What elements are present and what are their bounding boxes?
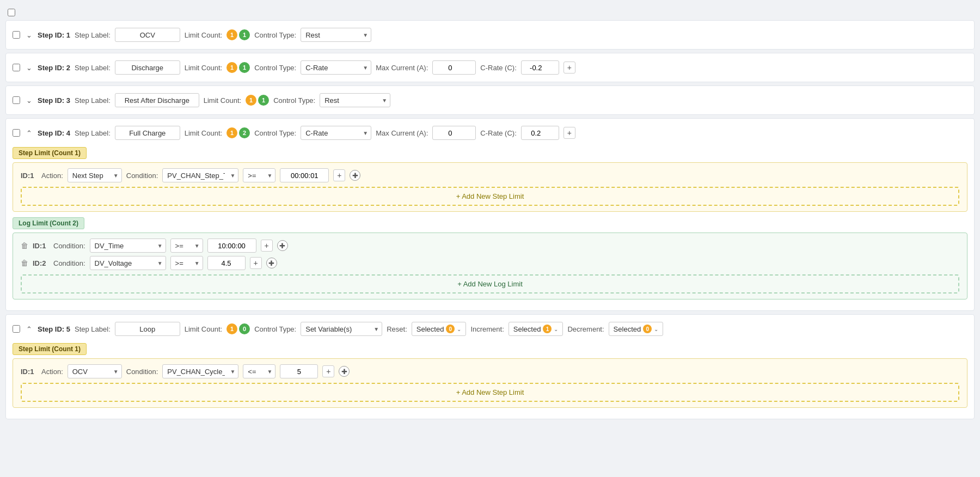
step-4-add-log-limit-btn[interactable]: + Add New Log Limit	[21, 274, 959, 293]
step-5-sl-action-select[interactable]: OCV Next Step End	[68, 364, 122, 378]
step-4-ll-row2-op-wrapper: >= <= = ▼	[170, 256, 203, 270]
step-4-sl-action-select[interactable]: Next Step OCV End	[68, 168, 122, 182]
step-2-control-type-select[interactable]: C-Rate Rest Set Variable(s)	[301, 60, 371, 75]
step-1-id: Step ID: 1	[38, 31, 70, 39]
step-4-chevron[interactable]: ⌃	[24, 129, 33, 137]
step-4-ll-row1-trash-icon[interactable]: 🗑	[21, 241, 28, 250]
step-4-ll-row1-cond-label: Condition:	[53, 242, 85, 250]
step-1-chevron[interactable]: ⌄	[24, 31, 33, 39]
step-4-label-input[interactable]	[115, 126, 180, 140]
step-5-step-limit-section: Step Limit (Count 1) ID:1 Action: OCV Ne…	[13, 343, 967, 408]
step-4-ll-row2-circle-plus[interactable]: ✚	[266, 258, 277, 268]
step-5-sl-cond-select[interactable]: PV_CHAN_Cycle_Index PV_CHAN_Step_Time DV…	[162, 364, 238, 378]
step-5-header: ⌃ Step ID: 5 Step Label: Limit Count: 1 …	[13, 320, 967, 338]
step-3-badges: 1 1	[246, 95, 269, 106]
step-4-log-limit-body: 🗑 ID:1 Condition: DV_Time DV_Voltage PV_…	[13, 233, 967, 299]
step-2-id: Step ID: 2	[38, 64, 70, 72]
step-2-label-text: Step Label:	[75, 64, 111, 72]
step-5-add-step-limit-btn[interactable]: + Add New Step Limit	[21, 383, 959, 402]
step-4-max-current-input[interactable]	[432, 126, 476, 140]
step-1-label-text: Step Label:	[75, 31, 111, 39]
step-5-sl-cond-label: Condition:	[126, 368, 158, 376]
step-1-control-type-wrapper: Rest C-Rate Set Variable(s) ▼	[301, 28, 371, 42]
step-4-sl-value-plus-btn[interactable]: +	[333, 169, 345, 181]
step-1-control-type-select[interactable]: Rest C-Rate Set Variable(s)	[301, 28, 371, 42]
step-3-label-input[interactable]	[115, 93, 199, 107]
step-4-ll-row1-circle-plus[interactable]: ✚	[277, 240, 288, 251]
step-5-control-type-wrapper: Set Variable(s) C-Rate Rest ▼	[301, 322, 382, 336]
step-5-chevron[interactable]: ⌃	[24, 325, 33, 333]
step-5-decrement-label: Decrement:	[567, 325, 604, 333]
step-5-sl-action-wrapper: OCV Next Step End ▼	[68, 364, 122, 378]
step-4-ll-row2-value-input[interactable]	[207, 256, 246, 270]
step-4-ll-row1-cond-select[interactable]: DV_Time DV_Voltage PV_CHAN_Step_Time	[90, 238, 166, 253]
step-3-badge-orange: 1	[246, 95, 256, 106]
step-4-badge-green: 2	[239, 127, 250, 138]
step-4-ll-row1-id: ID:1	[33, 242, 49, 250]
step-5-reset-badge: 0	[446, 325, 455, 333]
step-4-ll-row1-value-input[interactable]	[207, 238, 256, 253]
step-3-control-type-wrapper: Rest C-Rate Set Variable(s) ▼	[320, 93, 390, 107]
step-5-increment-badge: 1	[543, 325, 552, 333]
step-1-label-input[interactable]	[115, 28, 180, 42]
step-4-sl-value-input[interactable]	[280, 168, 329, 182]
step-4-crate-plus-btn[interactable]: +	[564, 127, 575, 139]
step-4-control-type-select[interactable]: C-Rate Rest Set Variable(s)	[301, 126, 371, 140]
step-2-label-input[interactable]	[115, 60, 180, 75]
select-all-checkbox[interactable]	[8, 9, 15, 16]
step-5-sl-op-select[interactable]: <= >= =	[243, 364, 275, 378]
step-2-max-current-input[interactable]	[432, 60, 476, 75]
step-4-step-limit-row-1: ID:1 Action: Next Step OCV End ▼ Conditi…	[21, 168, 959, 182]
step-4-ll-row2-trash-icon[interactable]: 🗑	[21, 259, 28, 267]
step-row-3: ⌄ Step ID: 3 Step Label: Limit Count: 1 …	[5, 85, 975, 115]
step-1-checkbox[interactable]	[13, 31, 20, 39]
step-5-step-limit-body: ID:1 Action: OCV Next Step End ▼ Conditi…	[13, 358, 967, 408]
step-4-ll-row2-cond-select[interactable]: DV_Voltage DV_Time PV_CHAN_Step_Time	[90, 256, 166, 270]
step-4-add-step-limit-btn[interactable]: + Add New Step Limit	[21, 187, 959, 206]
step-3-chevron[interactable]: ⌄	[24, 96, 33, 105]
step-3-id: Step ID: 3	[38, 96, 70, 105]
step-3-control-type-select[interactable]: Rest C-Rate Set Variable(s)	[320, 93, 390, 107]
step-5-sl-value-input[interactable]	[280, 364, 318, 378]
step-5-sl-plus-btn[interactable]: +	[322, 365, 334, 377]
step-4-step-limit-body: ID:1 Action: Next Step OCV End ▼ Conditi…	[13, 162, 967, 212]
step-5-checkbox[interactable]	[13, 325, 20, 333]
step-5-sl-add-circle[interactable]: ✚	[339, 366, 350, 377]
step-4-ll-row1-op-select[interactable]: >= <= =	[170, 238, 203, 253]
step-4-crate-input[interactable]	[521, 126, 559, 140]
step-2-crate-plus-btn[interactable]: +	[564, 62, 575, 74]
page-container: ⌄ Step ID: 1 Step Label: Limit Count: 1 …	[5, 5, 975, 477]
step-2-crate-input[interactable]	[521, 60, 559, 75]
step-5-increment-btn[interactable]: Selected 1 ⌄	[509, 322, 564, 336]
step-4-sl-cond-select[interactable]: PV_CHAN_Step_Time PV_CHAN_Cycle_Index DV…	[162, 168, 238, 182]
step-2-checkbox[interactable]	[13, 64, 20, 71]
step-4-ll-row2-op-select[interactable]: >= <= =	[170, 256, 203, 270]
step-5-decrement-group: Selected 0 ⌄	[609, 322, 664, 336]
step-4-sl-op-select[interactable]: >= <= =	[243, 168, 275, 182]
step-4-ll-row1-plus-btn[interactable]: +	[261, 240, 273, 252]
step-3-badge-green: 1	[258, 95, 269, 106]
step-4-sl-cond-wrapper: PV_CHAN_Step_Time PV_CHAN_Cycle_Index DV…	[162, 168, 238, 182]
step-5-decrement-btn[interactable]: Selected 0 ⌄	[609, 322, 664, 336]
step-5-increment-chevron-icon: ⌄	[554, 326, 558, 332]
step-2-chevron[interactable]: ⌄	[24, 64, 33, 72]
step-4-sl-add-circle[interactable]: ✚	[350, 170, 360, 181]
step-5-control-type-select[interactable]: Set Variable(s) C-Rate Rest	[301, 322, 382, 336]
step-1-badge-orange: 1	[226, 29, 237, 40]
step-3-control-label: Control Type:	[273, 96, 315, 105]
step-4-id: Step ID: 4	[38, 129, 70, 137]
step-4-checkbox[interactable]	[13, 129, 20, 137]
step-2-control-type-wrapper: C-Rate Rest Set Variable(s) ▼	[301, 60, 371, 75]
step-5-reset-chevron-icon: ⌄	[457, 326, 461, 332]
step-4-ll-row2-plus-btn[interactable]: +	[250, 257, 262, 269]
step-4-ll-row1-op-wrapper: >= <= = ▼	[170, 238, 203, 253]
step-5-reset-text: Selected	[416, 325, 444, 333]
step-4-max-current-label: Max Current (A):	[376, 129, 428, 137]
step-5-label-input[interactable]	[115, 322, 180, 336]
step-4-ll-row2-cond-wrapper: DV_Voltage DV_Time PV_CHAN_Step_Time ▼	[90, 256, 166, 270]
step-3-checkbox[interactable]	[13, 96, 20, 104]
step-5-reset-btn[interactable]: Selected 0 ⌄	[412, 322, 467, 336]
step-4-log-limit-section: Log Limit (Count 2) 🗑 ID:1 Condition: DV…	[13, 217, 967, 299]
step-4-badges: 1 2	[226, 127, 250, 138]
step-4-ll-row2-cond-label: Condition:	[53, 259, 85, 267]
